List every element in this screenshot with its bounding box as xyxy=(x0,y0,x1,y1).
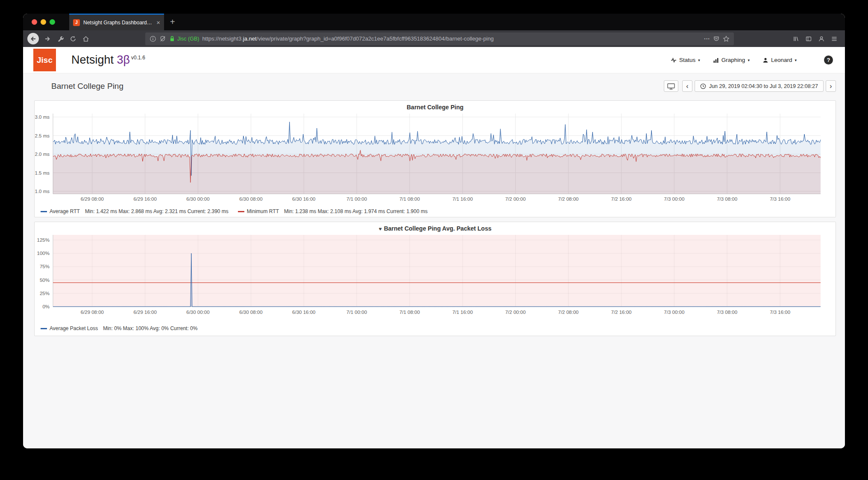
status-menu[interactable]: Status▾ xyxy=(671,57,700,63)
app-version: v0.1.6 xyxy=(131,55,145,61)
legend-item[interactable]: Average Packet LossMin: 0% Max: 100% Avg… xyxy=(41,325,197,331)
legend-item[interactable]: Average RTTMin: 1.422 ms Max: 2.868 ms A… xyxy=(41,208,229,214)
menu-button[interactable] xyxy=(828,32,841,45)
sidebars-button[interactable] xyxy=(802,32,815,45)
app-title: Netsight 3βv0.1.6 xyxy=(71,53,145,67)
back-button[interactable] xyxy=(27,33,39,44)
info-icon[interactable] xyxy=(150,35,156,42)
monitor-icon xyxy=(667,82,675,90)
chart-title: Barnet College Ping xyxy=(35,101,836,112)
help-button[interactable]: ? xyxy=(824,56,833,64)
header-menus: Status▾ Graphing▾ Leonard▾ xyxy=(671,57,797,63)
window-minimize-button[interactable] xyxy=(41,19,46,25)
chart-legend: Average Packet LossMin: 0% Max: 100% Avg… xyxy=(35,325,836,332)
legend-series-name: Average Packet Loss xyxy=(50,325,98,331)
site-header: Jisc Netsight 3βv0.1.6 Status▾ Graphing▾ xyxy=(23,47,845,73)
page-title: Barnet College Ping xyxy=(51,82,123,91)
time-next-button[interactable]: › xyxy=(826,80,836,92)
new-tab-button[interactable]: + xyxy=(170,14,175,30)
tab-close-icon[interactable]: × xyxy=(156,19,160,26)
pocket-glyph-icon xyxy=(713,35,720,42)
bookmark-star-icon[interactable] xyxy=(723,35,730,42)
info-circle-icon xyxy=(150,35,156,42)
status-pulse-icon xyxy=(671,57,677,63)
page-content: Jisc Netsight 3βv0.1.6 Status▾ Graphing▾ xyxy=(23,47,845,448)
toolbar: Barnet College Ping ‹ xyxy=(51,80,836,92)
tracking-shield-icon[interactable] xyxy=(159,35,166,42)
wrench-icon xyxy=(57,35,64,42)
bar-chart-icon xyxy=(713,57,719,63)
url-bar[interactable]: Jisc (GB) https://netsight3.ja.net/view/… xyxy=(145,32,734,45)
forward-button[interactable] xyxy=(41,32,54,45)
x-tick-label: 6/29 08:00 xyxy=(81,196,104,202)
window-close-button[interactable] xyxy=(32,19,37,25)
x-tick-label: 6/30 00:00 xyxy=(186,310,209,315)
jisc-logo[interactable]: Jisc xyxy=(33,49,56,71)
legend-series-stats: Min: 0% Max: 100% Avg: 0% Current: 0% xyxy=(103,325,197,331)
x-tick-label: 6/29 08:00 xyxy=(81,310,104,315)
url-text: https://netsight3.ja.net/view/private/gr… xyxy=(202,35,701,42)
packet-loss-chart[interactable]: 6/29 08:006/29 16:006/30 00:006/30 08:00… xyxy=(35,233,836,324)
chevron-down-icon: ▾ xyxy=(698,58,700,62)
time-prev-button[interactable]: ‹ xyxy=(682,80,692,92)
y-tick-label: 2.0 ms xyxy=(35,152,50,157)
time-range-label: Jun 29, 2019 02:04:30 to Jul 3, 2019 22:… xyxy=(709,83,818,89)
display-mode-button[interactable] xyxy=(664,80,678,92)
x-tick-label: 7/1 08:00 xyxy=(399,310,420,315)
account-button[interactable] xyxy=(815,32,828,45)
chart-panel-rtt: Barnet College Ping 6/29 08:006/29 16:00… xyxy=(34,100,836,217)
library-button[interactable] xyxy=(789,32,802,45)
x-tick-label: 6/29 16:00 xyxy=(133,310,156,315)
browser-tab[interactable]: J Netsight Graphs Dashboard - B × xyxy=(69,14,164,30)
chart-title: ♥Barnet College Ping Avg. Packet Loss xyxy=(35,222,836,233)
x-tick-label: 7/3 00:00 xyxy=(664,310,684,315)
pocket-icon[interactable] xyxy=(713,35,720,42)
x-tick-label: 7/3 16:00 xyxy=(770,196,790,202)
x-tick-label: 7/1 00:00 xyxy=(346,310,367,315)
home-button[interactable] xyxy=(79,32,92,45)
x-tick-label: 7/1 08:00 xyxy=(399,196,420,202)
security-chip[interactable]: Jisc (GB) xyxy=(169,35,199,42)
chart-legend: Average RTTMin: 1.422 ms Max: 2.868 ms A… xyxy=(35,208,836,215)
x-tick-label: 7/2 08:00 xyxy=(558,310,579,315)
x-tick-label: 6/30 16:00 xyxy=(292,310,315,315)
forward-arrow-icon xyxy=(44,35,51,42)
x-tick-label: 6/30 00:00 xyxy=(186,196,209,202)
x-tick-label: 6/29 16:00 xyxy=(133,196,156,202)
reload-icon xyxy=(70,35,76,42)
time-range-button[interactable]: Jun 29, 2019 02:04:30 to Jul 3, 2019 22:… xyxy=(695,80,824,92)
time-controls: ‹ Jun 29, 2019 02:04:30 to Jul 3, 2019 2… xyxy=(664,80,836,92)
graphing-menu[interactable]: Graphing▾ xyxy=(713,57,750,63)
x-tick-label: 7/1 16:00 xyxy=(452,196,473,202)
security-label: Jisc (GB) xyxy=(177,36,199,42)
plot-background xyxy=(53,235,821,307)
user-menu[interactable]: Leonard▾ xyxy=(762,57,797,63)
developer-wrench-button[interactable] xyxy=(54,32,67,45)
x-tick-label: 7/3 08:00 xyxy=(717,196,737,202)
window-controls xyxy=(23,14,55,30)
tab-favicon-icon: J xyxy=(73,19,80,26)
tab-title: Netsight Graphs Dashboard - B xyxy=(83,20,153,26)
x-tick-label: 7/2 16:00 xyxy=(611,310,632,315)
star-icon xyxy=(723,35,730,42)
legend-series-name: Minimum RTT xyxy=(247,208,279,214)
y-tick-label: 75% xyxy=(40,264,50,269)
legend-item[interactable]: Minimum RTTMin: 1.238 ms Max: 2.108 ms A… xyxy=(238,208,428,214)
reload-button[interactable] xyxy=(67,32,79,45)
legend-series-stats: Min: 1.422 ms Max: 2.868 ms Avg: 2.321 m… xyxy=(85,208,229,214)
y-tick-label: 0% xyxy=(42,304,50,309)
x-tick-label: 7/2 16:00 xyxy=(611,196,632,202)
chevron-down-icon: ▾ xyxy=(795,58,797,62)
library-icon xyxy=(792,35,799,42)
rtt-chart[interactable]: 6/29 08:006/29 16:006/30 00:006/30 08:00… xyxy=(35,112,836,207)
x-tick-label: 6/30 08:00 xyxy=(239,310,262,315)
window-maximize-button[interactable] xyxy=(50,19,55,25)
legend-series-name: Average RTT xyxy=(50,208,80,214)
browser-window: J Netsight Graphs Dashboard - B × + xyxy=(23,14,845,448)
page-actions-icon[interactable]: ··· xyxy=(704,35,710,42)
y-tick-label: 100% xyxy=(37,251,50,256)
y-tick-label: 125% xyxy=(37,237,50,243)
y-tick-label: 2.5 ms xyxy=(35,133,50,138)
x-tick-label: 7/3 16:00 xyxy=(770,310,790,315)
back-arrow-icon xyxy=(30,35,37,42)
